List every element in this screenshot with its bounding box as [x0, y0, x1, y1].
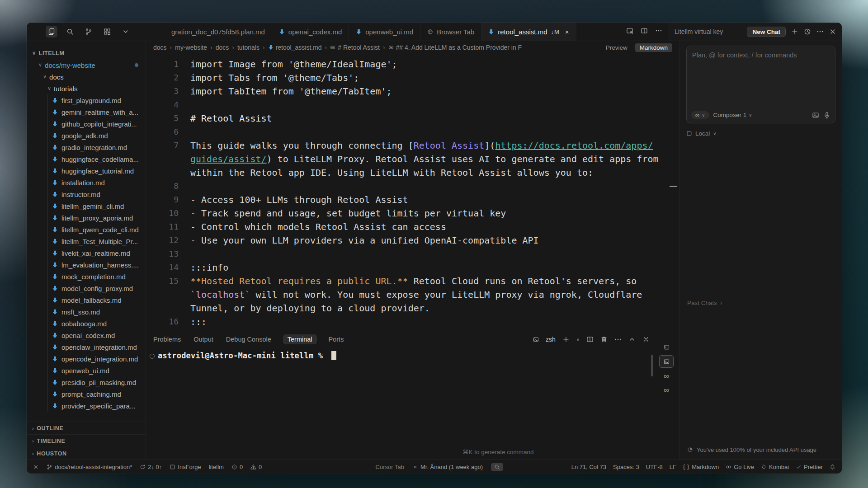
- sidebar-file-lm-evaluation-harness-[interactable]: lm_evaluation_harness....: [27, 259, 146, 271]
- status-item-markdown[interactable]: { }Markdown: [683, 464, 719, 470]
- terminal-instance-1[interactable]: [660, 341, 673, 353]
- status-item-docs-retool-assist-integration-[interactable]: docs/retool-assist-integration*: [47, 464, 132, 470]
- sidebar-file-google-adk-md[interactable]: google_adk.md: [27, 130, 146, 141]
- open-changes-button[interactable]: [626, 27, 633, 36]
- status-item-2-0-[interactable]: 2↓ 0↑: [140, 464, 162, 470]
- chat-more-button[interactable]: [816, 28, 824, 35]
- sidebar-file-huggingface-codellama-[interactable]: huggingface_codellama...: [27, 153, 146, 165]
- panel-tab-terminal[interactable]: Terminal: [283, 334, 317, 344]
- panel-tab-output[interactable]: Output: [193, 334, 214, 344]
- status-item-kombai[interactable]: Kombai: [761, 464, 789, 470]
- sidebar-item-tutorials-folder[interactable]: ∨ tutorials: [27, 83, 146, 94]
- editor-tab-retool-assist-md[interactable]: retool_assist.md↓M×: [481, 23, 576, 41]
- activity-search-button[interactable]: [64, 26, 76, 38]
- status-item-utf-8[interactable]: UTF-8: [646, 464, 663, 470]
- preview-button[interactable]: Preview: [606, 44, 627, 51]
- split-terminal-button[interactable]: [586, 336, 594, 343]
- panel-more-button[interactable]: [614, 336, 622, 343]
- breadcrumb-item[interactable]: ## 4. Add LiteLLM as a Custom Provider i…: [388, 44, 522, 51]
- new-terminal-button[interactable]: [562, 336, 570, 343]
- sidebar-file-openai-codex-md[interactable]: openai_codex.md: [27, 329, 146, 341]
- sidebar-file-model-fallbacks-md[interactable]: model_fallbacks.md: [27, 294, 146, 306]
- status-item-0[interactable]: 0: [250, 464, 262, 470]
- panel-tab-problems[interactable]: Problems: [152, 334, 182, 344]
- breadcrumb-item[interactable]: docs: [153, 44, 167, 51]
- maximize-panel-button[interactable]: [628, 336, 636, 343]
- activity-chevron-down-button[interactable]: [120, 26, 132, 38]
- status-item-0[interactable]: 0: [231, 464, 243, 470]
- status-item-search[interactable]: [491, 463, 503, 471]
- sidebar-file-litellm-test-multiple-pr-[interactable]: litellm_Test_Multiple_Pr...: [27, 235, 146, 247]
- agent-mode-selector[interactable]: ∞ ∨: [691, 111, 709, 119]
- sidebar-file-installation-md[interactable]: installation.md: [27, 177, 146, 188]
- chat-history-button[interactable]: [804, 28, 811, 35]
- chat-close-button[interactable]: [829, 28, 836, 35]
- kill-terminal-button[interactable]: [600, 336, 608, 343]
- new-chat-tab[interactable]: New Chat: [747, 27, 786, 37]
- model-selector[interactable]: Composer 1 ∨: [713, 112, 752, 118]
- context-selector[interactable]: Local ∨: [686, 130, 835, 137]
- sidebar-section-timeline[interactable]: ›TIMELINE: [27, 434, 146, 447]
- terminal-output[interactable]: astrodevil@Astro-Mac-mini litellm % ⌘K t…: [146, 347, 679, 460]
- sidebar-section-outline[interactable]: ›OUTLINE: [27, 422, 146, 434]
- sidebar-file-huggingface-tutorial-md[interactable]: huggingface_tutorial.md: [27, 165, 146, 177]
- status-item-bell[interactable]: [830, 464, 835, 470]
- sidebar-item-docs-folder[interactable]: ∨ docs: [27, 71, 146, 83]
- past-chats-label[interactable]: Past Chats ›: [687, 300, 722, 306]
- markdown-mode-button[interactable]: Markdown: [635, 43, 672, 52]
- breadcrumb-item[interactable]: my-website: [175, 44, 207, 51]
- code-editor[interactable]: 1import Image from '@theme/IdealImage';2…: [146, 54, 679, 331]
- sidebar-file-gradio-integration-md[interactable]: gradio_integration.md: [27, 141, 146, 153]
- sidebar-file-opencode-integration-md[interactable]: opencode_integration.md: [27, 353, 146, 365]
- sidebar-file-mock-completion-md[interactable]: mock_completion.md: [27, 271, 146, 282]
- panel-tab-debug-console[interactable]: Debug Console: [225, 334, 272, 344]
- status-item-cursor-tab[interactable]: Cursor Tab: [376, 464, 404, 470]
- status-item-litellm[interactable]: litellm: [209, 464, 224, 470]
- editor-tab-openai-codex-md[interactable]: openai_codex.md: [272, 23, 349, 41]
- breadcrumb-item[interactable]: # Retool Assist: [330, 44, 380, 51]
- sidebar-file-litellm-proxy-aporia-md[interactable]: litellm_proxy_aporia.md: [27, 212, 146, 224]
- close-icon[interactable]: ×: [565, 28, 569, 36]
- breadcrumb-item[interactable]: retool_assist.md: [268, 44, 322, 51]
- status-item-lf[interactable]: LF: [670, 464, 676, 470]
- sidebar-root-header[interactable]: ∨ LITELLM: [27, 47, 146, 59]
- sidebar-file-livekit-xai-realtime-md[interactable]: livekit_xai_realtime.md: [27, 247, 146, 259]
- editor-tab-gration-doc-d075fd58-plan-md[interactable]: gration_doc_d075fd58.plan.md: [165, 23, 272, 41]
- panel-tab-ports[interactable]: Ports: [328, 334, 345, 344]
- status-item-ln-71-col-73[interactable]: Ln 71, Col 73: [571, 464, 606, 470]
- chevron-down-icon[interactable]: ∨: [576, 337, 580, 342]
- status-item-go-live[interactable]: Go Live: [726, 464, 754, 470]
- terminal-instance-3[interactable]: ∞: [660, 370, 673, 382]
- sidebar-file-openweb-ui-md[interactable]: openweb_ui.md: [27, 365, 146, 376]
- chat-input-box[interactable]: Plan, @ for context, / for commands ∞ ∨ …: [686, 46, 835, 123]
- activity-source-control-button[interactable]: [83, 26, 94, 38]
- status-item-prettier[interactable]: Prettier: [796, 464, 823, 470]
- chat-history-tab[interactable]: Litellm virtual key: [675, 28, 741, 35]
- sidebar-file-provider-specific-para-[interactable]: provider_specific_para...: [27, 400, 146, 412]
- status-item-mr-nand-1-week-ago-[interactable]: Mr. Ånand (1 week ago): [412, 464, 483, 470]
- add-chat-button[interactable]: [791, 28, 798, 35]
- status-item-remote[interactable]: [33, 464, 39, 470]
- status-item-insforge[interactable]: InsForge: [170, 464, 201, 470]
- split-editor-button[interactable]: [641, 27, 648, 36]
- shell-label[interactable]: zsh: [546, 336, 556, 343]
- attach-image-button[interactable]: [812, 112, 819, 119]
- breadcrumb-item[interactable]: docs: [216, 44, 229, 51]
- close-panel-button[interactable]: [642, 336, 650, 343]
- terminal-scrollbar[interactable]: [651, 355, 653, 376]
- sidebar-file-github-copilot-integrati-[interactable]: github_copilot_integrati...: [27, 118, 146, 130]
- sidebar-section-houston[interactable]: ›HOUSTON: [27, 447, 146, 460]
- sidebar-file-instructor-md[interactable]: instructor.md: [27, 188, 146, 200]
- breadcrumb-item[interactable]: tutorials: [237, 44, 259, 51]
- sidebar-file-first-playground-md[interactable]: first_playground.md: [27, 94, 146, 106]
- sidebar-file-openclaw-integration-md[interactable]: openclaw_integration.md: [27, 341, 146, 353]
- sidebar-file-litellm-qwen-code-cli-md[interactable]: litellm_qwen_code_cli.md: [27, 224, 146, 235]
- sidebar-file-model-config-proxy-md[interactable]: model_config_proxy.md: [27, 282, 146, 294]
- sidebar-file-litellm-gemini-cli-md[interactable]: litellm_gemini_cli.md: [27, 200, 146, 212]
- terminal-instance-2[interactable]: [659, 355, 674, 368]
- voice-input-button[interactable]: [823, 112, 830, 119]
- sidebar-file-presidio-pii-masking-md[interactable]: presidio_pii_masking.md: [27, 376, 146, 388]
- more-button[interactable]: [655, 27, 662, 36]
- sidebar-file-msft-sso-md[interactable]: msft_sso.md: [27, 306, 146, 318]
- status-item-spaces-3[interactable]: Spaces: 3: [613, 464, 639, 470]
